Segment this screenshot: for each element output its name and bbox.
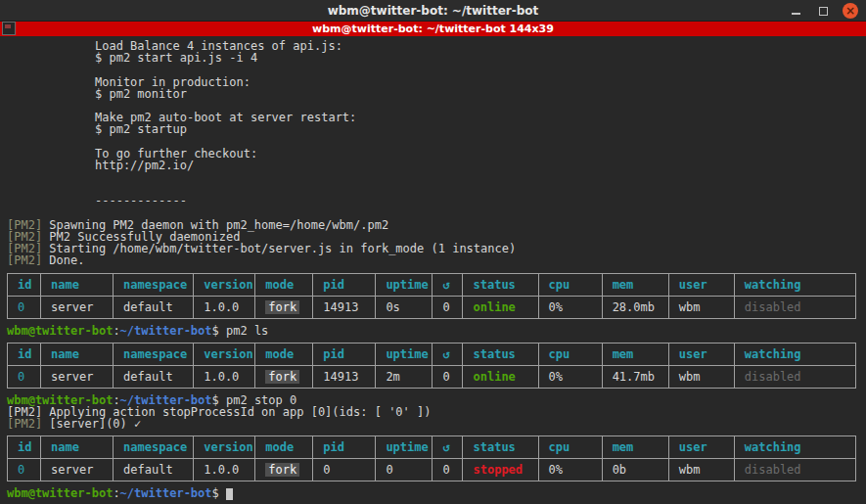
col-header-status: status (463, 273, 538, 296)
cell-restarts: 0 (433, 365, 463, 388)
cell-mode: fork (255, 459, 313, 481)
terminal-line: To go further checkout: (95, 148, 866, 160)
cell-name: server (41, 296, 114, 318)
prompt-path: ~/twitter-bot (120, 324, 212, 338)
terminal-output[interactable]: Load Balance 4 instances of api.js:$ pm2… (0, 36, 866, 504)
maximize-button[interactable] (815, 3, 831, 19)
col-header-mem: mem (602, 273, 668, 296)
cell-mode: fork (255, 296, 313, 318)
pm2-intro: Load Balance 4 instances of api.js:$ pm2… (95, 40, 866, 219)
mode-badge: fork (265, 370, 299, 384)
terminal-line (95, 171, 866, 183)
inner-title: wbm@twitter-bot: ~/twitter-bot 144x39 (312, 22, 554, 36)
col-header-watching: watching (734, 273, 855, 296)
prompt-dollar: $ (212, 324, 226, 338)
cell-version: 1.0.0 (194, 296, 255, 318)
col-header-pid: pid (313, 436, 376, 459)
cell-status: online (463, 296, 538, 318)
col-header-id: id (8, 436, 41, 459)
cell-restarts: 0 (433, 296, 463, 318)
maximize-icon (819, 7, 828, 16)
prompt-path: ~/twitter-bot (120, 486, 212, 500)
col-header-restarts: ↺ (433, 343, 463, 365)
prompt-user-host: wbm@twitter-bot (7, 486, 113, 500)
log-text: [server](0) (42, 417, 134, 431)
terminal-line: Make pm2 auto-boot at server restart: (95, 112, 866, 123)
cell-cpu: 0% (538, 365, 602, 388)
mode-badge: fork (265, 463, 299, 477)
col-header-namespace: namespace (114, 273, 194, 296)
prompt-line: wbm@twitter-bot:~/twitter-bot$ pm2 ls (7, 325, 866, 337)
col-header-name: name (41, 343, 114, 365)
terminal-line (95, 183, 866, 195)
col-header-version: version (194, 436, 255, 459)
col-header-version: version (194, 273, 255, 296)
cell-watching: disabled (734, 459, 855, 481)
cell-id: 0 (8, 459, 41, 481)
col-header-name: name (41, 436, 114, 459)
cell-mem: 0b (602, 459, 668, 481)
col-header-uptime: uptime (376, 273, 433, 296)
cell-cpu: 0% (538, 459, 602, 481)
cell-mem: 28.0mb (602, 296, 668, 318)
cell-pid: 0 (313, 459, 376, 481)
col-header-mode: mode (255, 436, 313, 459)
cell-id: 0 (8, 365, 41, 388)
col-header-name: name (41, 273, 114, 296)
prompt-line: wbm@twitter-bot:~/twitter-bot$ (7, 487, 866, 499)
col-header-id: id (8, 343, 41, 365)
cell-uptime: 0s (376, 296, 433, 318)
log-text: Done. (42, 253, 84, 267)
col-header-uptime: uptime (376, 343, 433, 365)
terminal-window: wbm@twitter-bot: ~/twitter-bot × wbm@twi… (0, 0, 866, 504)
cell-version: 1.0.0 (194, 459, 255, 481)
terminal-app-icon (2, 22, 16, 35)
minimize-button[interactable] (788, 3, 803, 19)
cell-cpu: 0% (538, 296, 602, 318)
terminal-line: http://pm2.io/ (95, 160, 866, 171)
prompt-separator: : (113, 486, 119, 500)
col-header-cpu: cpu (538, 436, 602, 459)
minimize-icon (792, 13, 800, 15)
window-title: wbm@twitter-bot: ~/twitter-bot (328, 4, 539, 18)
cell-user: wbm (668, 459, 734, 481)
cell-user: wbm (668, 296, 734, 318)
terminal-line: $ pm2 startup (95, 123, 866, 135)
log-line: [PM2] Starting /home/wbm/twitter-bot/ser… (7, 243, 866, 254)
cell-pid: 14913 (313, 365, 376, 388)
cell-id: 0 (8, 296, 41, 318)
close-button[interactable]: × (843, 3, 858, 19)
cell-namespace: default (114, 459, 194, 481)
cursor-block (226, 488, 233, 500)
cell-watching: disabled (734, 365, 855, 388)
cell-uptime: 0 (376, 459, 433, 481)
cell-version: 1.0.0 (194, 365, 255, 388)
col-header-watching: watching (734, 343, 855, 365)
terminal-line: ------------- (95, 195, 866, 206)
command-pm2-ls: pm2 ls (226, 324, 268, 338)
cell-restarts: 0 (433, 459, 463, 481)
titlebar[interactable]: wbm@twitter-bot: ~/twitter-bot × (0, 0, 866, 22)
col-header-mode: mode (255, 273, 313, 296)
col-header-pid: pid (313, 343, 376, 365)
pm2-tag: [PM2] (7, 417, 42, 431)
cell-watching: disabled (734, 296, 855, 318)
col-header-user: user (668, 273, 734, 296)
pm2-process-table: idnamenamespaceversionmodepiduptime↺stat… (7, 435, 856, 481)
terminal-line (95, 136, 866, 148)
cell-mem: 41.7mb (602, 365, 668, 388)
log-line: [PM2] Done. (7, 254, 866, 266)
col-header-restarts: ↺ (433, 273, 463, 296)
pm2-tag: [PM2] (7, 253, 42, 267)
cell-mode: fork (255, 365, 313, 388)
prompt-separator: : (113, 324, 119, 338)
cell-name: server (41, 459, 114, 481)
col-header-mem: mem (602, 343, 668, 365)
col-header-uptime: uptime (376, 436, 433, 459)
terminal-line: $ pm2 start api.js -i 4 (95, 52, 866, 64)
check-icon: ✓ (134, 417, 141, 431)
col-header-id: id (8, 273, 41, 296)
col-header-namespace: namespace (114, 343, 194, 365)
cell-uptime: 2m (376, 365, 433, 388)
col-header-status: status (463, 436, 538, 459)
